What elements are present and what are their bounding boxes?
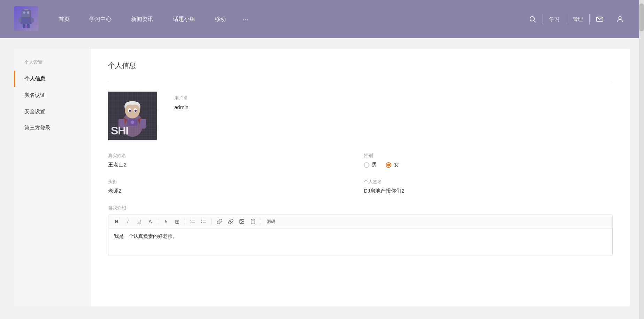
gender-male-label: 男 [372, 162, 377, 168]
svg-rect-46 [192, 222, 195, 223]
italic-button[interactable]: I [123, 217, 133, 226]
title-divider [108, 81, 613, 81]
nav-item-learning[interactable]: 学习中心 [79, 0, 121, 38]
nav-more[interactable]: ··· [236, 0, 255, 38]
unordered-list-button[interactable] [199, 217, 209, 226]
link-icon [217, 219, 222, 224]
intro-label: 自我介绍 [108, 205, 613, 211]
sidebar-item-third-party[interactable]: 第三方登录 [14, 120, 90, 136]
editor-toolbar: B I U A Ix ⊞ 1. 2. [108, 215, 613, 228]
signature-value: DJ房地产报你们2 [364, 188, 613, 194]
svg-rect-1 [23, 11, 25, 14]
sidebar-label-security: 安全设置 [24, 108, 45, 115]
font-clear-button[interactable]: Ix [161, 217, 171, 226]
gender-female-option[interactable]: 女 [386, 162, 399, 168]
nav-item-mobile[interactable]: 移动 [205, 0, 236, 38]
sidebar-label-personal-info: 个人信息 [24, 76, 45, 82]
navbar-menu: 首页 学习中心 新闻资讯 话题小组 移动 ··· [49, 0, 522, 38]
sidebar-section-title: 个人设置 [14, 59, 90, 71]
user-button[interactable] [610, 0, 630, 38]
real-name-label: 真实姓名 [108, 153, 357, 159]
svg-rect-45 [192, 220, 195, 220]
nav-item-topics[interactable]: 话题小组 [163, 0, 205, 38]
avatar-box[interactable]: SHI [108, 92, 157, 140]
robot-svg-icon [15, 7, 37, 30]
image-button[interactable] [237, 217, 247, 226]
title-value: 老师2 [108, 188, 357, 194]
font-color-button[interactable]: A [145, 217, 155, 226]
svg-point-37 [129, 110, 131, 112]
svg-text:2.: 2. [190, 221, 191, 224]
nav-item-news[interactable]: 新闻资讯 [121, 0, 163, 38]
real-name-value: 王老山2 [108, 162, 357, 168]
source-button[interactable]: 源码 [264, 217, 278, 226]
search-button[interactable] [522, 0, 543, 38]
gender-row: 男 女 [364, 162, 613, 168]
app-window: 首页 学习中心 新闻资讯 话题小组 移动 ··· 学习 管理 [0, 0, 644, 319]
mail-icon [596, 15, 604, 23]
mail-button[interactable] [590, 0, 610, 38]
navbar-right: 学习 管理 [522, 0, 630, 38]
sidebar-item-real-name[interactable]: 实名认证 [14, 87, 90, 103]
svg-point-9 [25, 25, 28, 28]
unordered-list-icon [201, 219, 207, 224]
real-name-col: 真实姓名 王老山2 [108, 153, 357, 168]
scrollbar-track [639, 0, 644, 319]
gender-female-radio[interactable] [386, 162, 391, 168]
toolbar-divider-2 [185, 218, 185, 225]
avatar-username-row: SHI 用户名 admin [108, 92, 613, 140]
sidebar-label-real-name: 实名认证 [24, 92, 45, 99]
svg-rect-39 [127, 119, 138, 126]
toolbar-divider-3 [212, 218, 212, 225]
ordered-list-button[interactable]: 1. 2. [188, 217, 198, 226]
profile-section: 个人信息 [91, 49, 630, 306]
editor-area[interactable]: 我是一个认真负责的好老师。 [108, 228, 613, 256]
sidebar: 个人设置 个人信息 实名认证 安全设置 第三方登录 [14, 49, 91, 306]
intro-content: 我是一个认真负责的好老师。 [114, 233, 177, 239]
svg-line-51 [229, 220, 233, 224]
username-value: admin [174, 104, 189, 110]
nav-item-home[interactable]: 首页 [49, 0, 79, 38]
manage-link[interactable]: 管理 [566, 0, 589, 38]
format-button[interactable]: ⊞ [172, 217, 182, 226]
scrollbar-thumb[interactable] [639, 3, 644, 31]
page-title: 个人信息 [108, 61, 613, 70]
svg-rect-0 [22, 10, 30, 17]
navbar-logo[interactable] [14, 6, 38, 32]
title-label: 头衔 [108, 179, 357, 185]
shi-text: SHI [111, 125, 128, 136]
gender-male-radio[interactable] [364, 162, 369, 168]
unlink-button[interactable] [226, 217, 236, 226]
signature-label: 个人签名 [364, 179, 613, 185]
gender-col: 性别 男 女 [357, 153, 613, 168]
image-icon [239, 219, 245, 224]
svg-line-11 [534, 21, 536, 22]
intro-section: 自我介绍 B I U A Ix ⊞ [108, 205, 613, 256]
svg-point-48 [201, 222, 202, 223]
username-block: 用户名 admin [174, 92, 189, 110]
svg-rect-49 [203, 220, 206, 220]
sidebar-item-personal-info[interactable]: 个人信息 [14, 71, 90, 87]
paste-button[interactable] [248, 217, 258, 226]
svg-rect-54 [252, 219, 254, 220]
sidebar-label-third-party: 第三方登录 [24, 125, 51, 131]
sidebar-item-security[interactable]: 安全设置 [14, 103, 90, 120]
svg-rect-42 [140, 119, 146, 129]
logo-image [14, 6, 38, 31]
svg-point-10 [530, 17, 535, 21]
gender-label: 性别 [364, 153, 613, 159]
title-col: 头衔 老师2 [108, 179, 357, 194]
svg-point-36 [133, 108, 137, 112]
ordered-list-icon: 1. 2. [190, 219, 196, 224]
svg-point-40 [131, 120, 134, 124]
underline-button[interactable]: U [134, 217, 144, 226]
content-wrapper: 个人设置 个人信息 实名认证 安全设置 第三方登录 个人信息 [14, 49, 630, 306]
link-button[interactable] [215, 217, 224, 226]
svg-rect-2 [27, 11, 29, 14]
navbar: 首页 学习中心 新闻资讯 话题小组 移动 ··· 学习 管理 [0, 0, 644, 38]
bold-button[interactable]: B [112, 217, 122, 226]
study-link[interactable]: 学习 [543, 0, 566, 38]
avatar-image: SHI [108, 92, 157, 140]
unlink-icon [228, 219, 233, 224]
gender-male-option[interactable]: 男 [364, 162, 377, 168]
